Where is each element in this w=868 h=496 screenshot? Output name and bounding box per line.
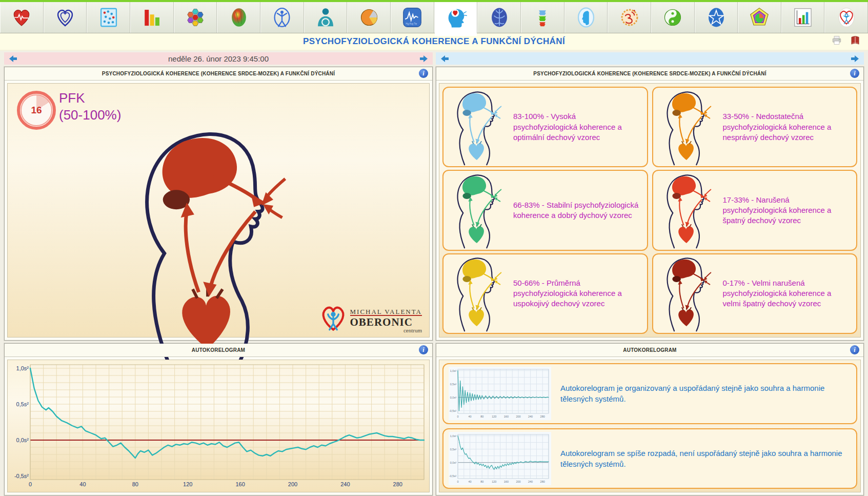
svg-text:200: 200 — [288, 481, 297, 487]
pfk-panel-title: PSYCHOFYZIOLOGICKÁ KOHERENCE (KOHERENCE … — [102, 71, 335, 76]
svg-text:280: 280 — [540, 415, 545, 418]
svg-text:40: 40 — [469, 480, 472, 483]
svg-text:80: 80 — [132, 481, 138, 487]
head-brain-heart-illustration — [450, 88, 504, 166]
oberonic-logo: MICHAL VALENTA OBERONIC centrum — [317, 302, 422, 334]
svg-text:0,5s²: 0,5s² — [450, 383, 456, 386]
toolbar-icon-head-swirl[interactable] — [564, 2, 608, 33]
svg-text:40: 40 — [79, 481, 86, 487]
coherence-box-label: 66-83% - Stabilní psychofyziologická koh… — [513, 200, 641, 221]
coherence-panel-title: PSYCHOFYZIOLOGICKÁ KOHERENCE (KOHERENCE … — [533, 71, 766, 76]
toolbar-icon-waveform[interactable]: Hg Avg Tw — [391, 2, 434, 33]
coherence-box-label: 0-17% - Velmi narušená psychofyziologick… — [723, 278, 851, 309]
toolbar-icon-om-symbol[interactable] — [608, 2, 651, 33]
autokorelogram-legend-item: 040801201602002402801,0s²0,5s²0,0s²-0,5s… — [442, 428, 857, 489]
info-icon[interactable]: i — [850, 69, 859, 78]
toolbar-icon-pentagon-gem[interactable] — [738, 2, 781, 33]
print-icon[interactable] — [831, 35, 842, 48]
autokorelogram-title: AUTOKORELOGRAM — [192, 347, 245, 353]
toolbar-icon-body-figure[interactable] — [260, 2, 304, 33]
svg-text:1,0s²: 1,0s² — [450, 369, 456, 372]
svg-text:160: 160 — [235, 481, 245, 487]
coherence-box-label: 17-33% - Narušená psychofyziologická koh… — [723, 195, 851, 226]
svg-text:200: 200 — [516, 415, 520, 418]
svg-text:40: 40 — [469, 415, 472, 418]
svg-text:1,0s²: 1,0s² — [450, 434, 456, 437]
autokorelogram-legend-item: 040801201602002402801,0s²0,5s²0,0s²-0,5s… — [442, 363, 857, 424]
info-icon[interactable]: i — [419, 69, 428, 78]
svg-text:-0,5s²: -0,5s² — [449, 474, 456, 477]
autokorelogram-legend-text: Autokorelogram je organizovaný a uspořád… — [560, 383, 847, 404]
autokorelogram-thumbnail-chart: 040801201602002402801,0s²0,5s²0,0s²-0,5s… — [449, 432, 551, 485]
logo-heart-figure-icon — [317, 302, 349, 334]
coherence-box: 83-100% - Vysoká psychofyziologická kohe… — [442, 87, 648, 167]
svg-text:120: 120 — [492, 415, 496, 418]
svg-text:280: 280 — [540, 480, 545, 483]
coherence-boxes: 83-100% - Vysoká psychofyziologická kohe… — [442, 87, 857, 334]
toolbar-icon-heart-figure[interactable] — [824, 2, 868, 33]
date-bar-left: neděle 26. únor 2023 9:45:00 — [4, 52, 433, 65]
svg-text:0,0s²: 0,0s² — [450, 396, 456, 399]
autokorelogram-chart: 040801201602002402801,0s²0,5s²0,0s²-0,5s… — [9, 361, 428, 492]
date-navigation: neděle 26. únor 2023 9:45:00 — [0, 51, 868, 65]
pfk-range: (50-100%) — [59, 107, 121, 124]
autokorelogram-panel: AUTOKORELOGRAM i 040801201602002402801,0… — [4, 343, 433, 495]
head-brain-heart-illustration — [659, 88, 714, 166]
info-icon[interactable]: i — [419, 345, 428, 354]
book-icon[interactable] — [850, 35, 861, 48]
toolbar-icon-heart-ecg[interactable] — [0, 2, 44, 33]
svg-text:240: 240 — [528, 415, 533, 418]
logo-line3: centrum — [350, 328, 422, 334]
coherence-box-label: 33-50% - Nedostatečná psychofyziologická… — [723, 111, 851, 143]
toolbar-icon-heart-rings[interactable] — [44, 2, 87, 33]
toolbar-icon-brain-map[interactable] — [217, 2, 260, 33]
toolbar-icon-bar-chart[interactable] — [130, 2, 174, 33]
svg-text:-0,5s²: -0,5s² — [449, 409, 456, 412]
toolbar-icon-yin-yang[interactable] — [651, 2, 695, 33]
toolbar-icon-spine-chakra[interactable] — [521, 2, 564, 33]
toolbar-icon-pie-chart[interactable] — [347, 2, 391, 33]
toolbar-icon-chart-report[interactable] — [781, 2, 825, 33]
toolbar-icon-brain-vessels[interactable] — [477, 2, 521, 33]
svg-text:0: 0 — [457, 480, 458, 483]
page-title: PSYCHOFYZIOLOGICKÁ KOHERENCE A FUNKČNÍ D… — [303, 36, 565, 47]
svg-text:0,0s²: 0,0s² — [450, 461, 456, 464]
svg-text:-0,5s²: -0,5s² — [14, 472, 29, 479]
head-brain-heart-illustration — [450, 171, 504, 249]
prev-page-arrow[interactable] — [441, 55, 450, 62]
toolbar-icon-hexagon-grid[interactable] — [174, 2, 217, 33]
svg-text:0,5s²: 0,5s² — [16, 401, 29, 407]
next-record-arrow[interactable] — [419, 55, 428, 62]
toolbar-icon-pentagram[interactable] — [695, 2, 738, 33]
date-bar-right — [436, 52, 864, 65]
head-brain-heart-illustration — [450, 254, 504, 332]
head-brain-heart-illustration — [659, 171, 714, 249]
svg-text:120: 120 — [492, 480, 496, 483]
toolbar-icon-therapist[interactable] — [304, 2, 348, 33]
info-icon[interactable]: i — [850, 345, 859, 354]
svg-text:280: 280 — [393, 481, 402, 487]
coherence-legend-panel: PSYCHOFYZIOLOGICKÁ KOHERENCE (KOHERENCE … — [436, 67, 864, 341]
toolbar-icon-head-heart[interactable] — [434, 2, 478, 33]
svg-text:80: 80 — [480, 480, 483, 483]
next-page-arrow[interactable] — [850, 55, 859, 62]
coherence-box-label: 83-100% - Vysoká psychofyziologická kohe… — [513, 111, 641, 143]
prev-record-arrow[interactable] — [9, 55, 18, 62]
svg-text:80: 80 — [480, 415, 483, 418]
pfk-panel: PSYCHOFYZIOLOGICKÁ KOHERENCE (KOHERENCE … — [4, 67, 433, 341]
head-brain-heart-illustration — [123, 122, 292, 368]
svg-text:0: 0 — [457, 415, 458, 418]
coherence-box: 50-66% - Průměrná psychofyziologická koh… — [442, 253, 648, 334]
autokorelogram-legend-panel: AUTOKORELOGRAM i 040801201602002402801,0… — [436, 343, 864, 495]
svg-text:0,5s²: 0,5s² — [450, 447, 456, 450]
svg-text:240: 240 — [340, 481, 350, 487]
toolbar-icon-scatter-plot[interactable] — [87, 2, 130, 33]
svg-text:0: 0 — [29, 481, 32, 487]
logo-line2: OBERONIC — [350, 315, 422, 328]
autokorelogram-legend-text: Autokorelogram se spíše rozpadá, není us… — [560, 448, 847, 469]
head-brain-heart-illustration — [659, 254, 714, 332]
autokorelogram-legend-title: AUTOKORELOGRAM — [623, 347, 676, 353]
autokorelogram-thumbnail-chart: 040801201602002402801,0s²0,5s²0,0s²-0,5s… — [449, 367, 551, 420]
record-date: neděle 26. únor 2023 9:45:00 — [168, 54, 269, 63]
coherence-box: 17-33% - Narušená psychofyziologická koh… — [652, 170, 858, 250]
